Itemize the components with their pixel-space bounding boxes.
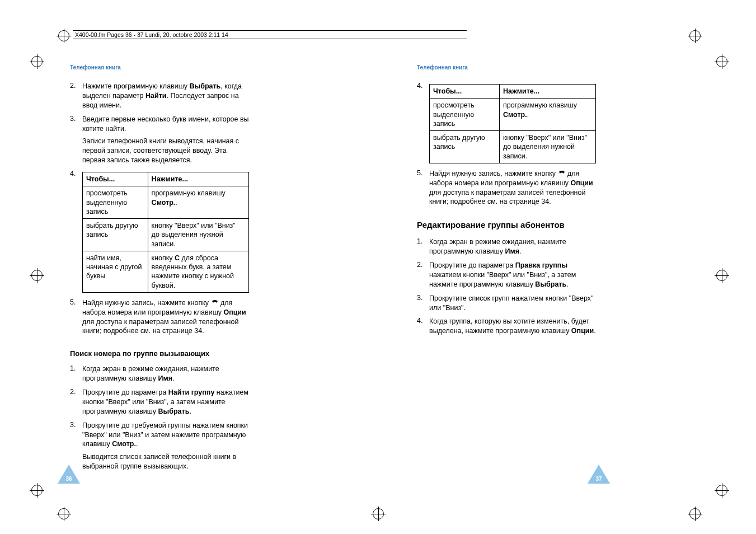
actions-table: Чтобы... Нажмите... просмотреть выделенн… xyxy=(82,172,249,293)
list-item: 3. Прокрутите до требуемой группы нажати… xyxy=(70,421,249,471)
list-item: 2. Прокрутите до параметра Найти группу … xyxy=(70,388,249,416)
text: для доступа к параметрам записей телефон… xyxy=(82,318,238,335)
list-number: 2. xyxy=(417,261,429,289)
table-cell: просмотреть выделенную запись xyxy=(430,99,500,131)
bold-text: C xyxy=(175,254,180,262)
bold-text: Найти группу xyxy=(168,388,215,396)
bold-text: Выбрать xyxy=(158,407,190,415)
text: Найдя нужную запись, нажмите кнопку xyxy=(429,170,558,177)
registration-mark xyxy=(689,508,701,519)
text: Введите первые несколько букв имени, кот… xyxy=(82,115,249,133)
list-body: Найдя нужную запись, нажмите кнопку для … xyxy=(82,298,249,336)
text: Прокрутите до требуемой группы нажатием … xyxy=(82,421,248,448)
table-row: выбрать другую запись кнопку "Вверх" или… xyxy=(83,219,249,251)
list-item: 5. Найдя нужную запись, нажмите кнопку д… xyxy=(70,298,249,336)
page-number-right: 37 xyxy=(588,476,610,482)
list-body: Прокрутите до требуемой группы нажатием … xyxy=(82,421,249,471)
registration-mark xyxy=(31,485,43,496)
table-cell: программную клавишу Смотр.. xyxy=(499,99,595,131)
list-number: 1. xyxy=(70,364,82,383)
list-body: Нажмите программную клавишу Выбрать, ког… xyxy=(82,82,249,110)
section-heading: Редактирование группы абонентов xyxy=(417,220,596,229)
list-body: Прокрутите до параметра Найти группу наж… xyxy=(82,388,249,416)
text: Прокрутите до параметра xyxy=(82,388,168,396)
text: . xyxy=(175,199,177,207)
list-item: 3. Прокрутите список групп нажатием кноп… xyxy=(417,294,596,313)
bold-text: Имя xyxy=(505,247,520,255)
registration-mark xyxy=(31,56,43,67)
text: Прокрутите до параметра xyxy=(429,261,515,269)
registration-mark xyxy=(689,30,701,41)
dial-icon xyxy=(211,300,219,306)
page-number-left: 36 xyxy=(58,476,80,482)
paragraph: Выводится список записей телефонной книг… xyxy=(82,452,249,471)
table-header: Нажмите... xyxy=(499,85,595,99)
text: . xyxy=(136,440,138,448)
table-cell: найти имя, начиная с другой буквы xyxy=(83,251,148,292)
bold-text: Смотр. xyxy=(503,111,527,119)
text: кнопку xyxy=(152,254,175,262)
text: программную клавишу xyxy=(152,189,226,197)
list-item: 4. Когда группа, которую вы хотите измен… xyxy=(417,317,596,336)
sub-heading: Поиск номера по группе вызывающих xyxy=(70,349,249,358)
registration-mark xyxy=(373,508,384,519)
bold-text: Выбрать xyxy=(535,280,566,288)
registration-mark xyxy=(31,270,43,281)
text: . xyxy=(566,280,568,288)
list-body: Введите первые несколько букв имени, кот… xyxy=(82,115,249,165)
bold-text: Правка группы xyxy=(515,261,567,269)
dial-icon xyxy=(558,171,566,176)
right-page: Телефонная книга 4. Чтобы... Нажмите... … xyxy=(417,64,596,476)
table-row: найти имя, начиная с другой буквы кнопку… xyxy=(83,251,249,292)
list-number: 3. xyxy=(70,115,82,165)
list-number: 4. xyxy=(70,170,82,293)
text: Нажмите программную клавишу xyxy=(82,82,189,90)
registration-mark xyxy=(58,30,69,41)
list-body: Прокрутите список групп нажатием кнопки … xyxy=(429,294,596,313)
table-header: Чтобы... xyxy=(430,85,500,99)
text: . xyxy=(527,111,529,119)
text: Когда экран в режиме ожидания, нажмите п… xyxy=(82,365,219,382)
actions-table: Чтобы... Нажмите... просмотреть выделенн… xyxy=(429,84,596,163)
table-cell: просмотреть выделенную запись xyxy=(83,186,148,219)
text: Когда экран в режиме ожидания, нажмите п… xyxy=(429,238,566,255)
table-header: Нажмите... xyxy=(148,172,248,186)
list-body: Чтобы... Нажмите... просмотреть выделенн… xyxy=(82,170,249,293)
bold-text: Опции xyxy=(223,308,246,316)
running-head-right: Телефонная книга xyxy=(417,64,596,71)
bold-text: Выбрать xyxy=(189,82,220,90)
table-cell: кнопку "Вверх" или "Вниз" до выделения н… xyxy=(148,219,248,251)
list-body: Когда экран в режиме ожидания, нажмите п… xyxy=(429,237,596,256)
list-number: 5. xyxy=(417,169,429,207)
list-item: 2. Нажмите программную клавишу Выбрать, … xyxy=(70,82,249,110)
list-item: 1. Когда экран в режиме ожидания, нажмит… xyxy=(417,237,596,256)
list-body: Когда группа, которую вы хотите изменить… xyxy=(429,317,596,336)
list-number: 1. xyxy=(417,237,429,256)
table-cell: выбрать другую запись xyxy=(83,219,148,251)
registration-mark xyxy=(716,56,727,67)
table-cell: кнопку C для сброса введенных букв, а за… xyxy=(148,251,248,292)
list-number: 5. xyxy=(70,298,82,336)
table-cell: выбрать другую запись xyxy=(430,131,500,163)
bold-text: Опции xyxy=(570,179,593,187)
table-header: Чтобы... xyxy=(83,172,148,186)
list-number: 4. xyxy=(417,317,429,336)
table-cell: кнопку "Вверх" или "Вниз" до выделения н… xyxy=(499,131,595,163)
list-item: 2. Прокрутите до параметра Правка группы… xyxy=(417,261,596,289)
header-filename: X400-00.fm Pages 36 - 37 Lundi, 20. octo… xyxy=(73,30,467,39)
text: программную клавишу xyxy=(503,101,577,109)
list-number: 2. xyxy=(70,82,82,110)
list-item: 1. Когда экран в режиме ожидания, нажмит… xyxy=(70,364,249,383)
text: . xyxy=(189,407,191,415)
table-row: просмотреть выделенную запись программну… xyxy=(430,99,596,131)
text: Когда группа, которую вы хотите изменить… xyxy=(429,317,589,335)
table-row: просмотреть выделенную запись программну… xyxy=(83,186,249,219)
list-number: 4. xyxy=(417,82,429,163)
list-number: 3. xyxy=(417,294,429,313)
text: . xyxy=(172,374,174,382)
bold-text: Опции xyxy=(571,327,594,335)
list-body: Когда экран в режиме ожидания, нажмите п… xyxy=(82,364,249,383)
text: . xyxy=(519,247,521,255)
list-body: Чтобы... Нажмите... просмотреть выделенн… xyxy=(429,82,596,163)
text: Найдя нужную запись, нажмите кнопку xyxy=(82,299,211,307)
